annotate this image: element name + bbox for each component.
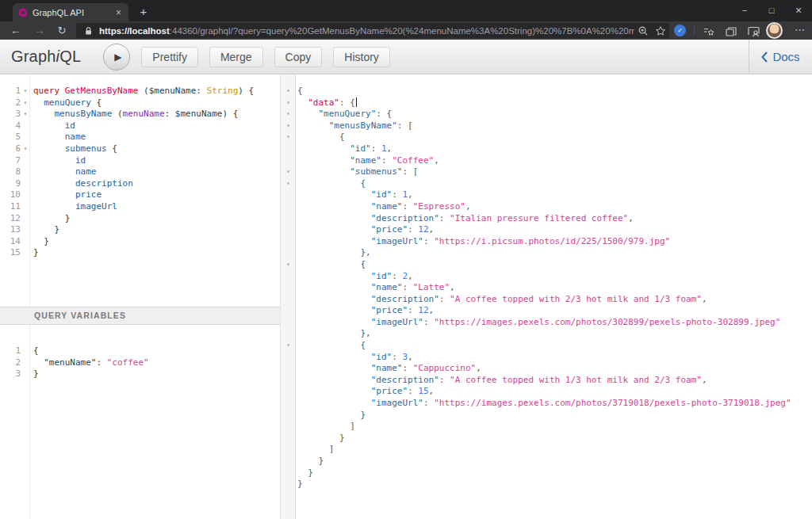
fold-arrow-icon[interactable]: ▾ [281,166,296,178]
zoom-page-icon[interactable] [634,24,652,38]
fold-arrow-icon[interactable]: ▾ [281,132,296,143]
token-rp: : { [339,97,355,108]
url-field[interactable]: https://localhost:44360/graphql/?query=q… [76,23,669,38]
token-atom: String [207,86,239,96]
token-rp: } [297,479,303,489]
code-text: ] [296,421,355,433]
token-rp: { [297,259,366,269]
fold-arrow-icon[interactable]: ▾ [281,340,296,352]
code-line: 3} [0,368,280,380]
fold-arrow-icon[interactable]: ▾ [281,97,296,109]
fold-arrow-icon [281,479,296,490]
minimize-button[interactable]: − [731,0,758,21]
token-rp: : [ [397,120,413,131]
token-key: "description" [371,213,439,223]
fold-arrow-icon [21,178,30,190]
favorite-star-icon[interactable] [652,24,669,38]
code-line: 11 imageUrl [0,201,280,213]
token-ws [297,97,308,108]
token-ws [33,357,44,368]
security-badge-icon[interactable]: ✓ [674,25,686,36]
code-text: "id": 2, [296,271,413,283]
token-rp: } [297,467,313,478]
code-line: "id": 2, [281,271,812,283]
token-rp: , [702,294,707,304]
fold-arrow-icon[interactable]: ▾ [281,259,296,271]
fold-arrow-icon [21,345,30,357]
code-line: "imageUrl": "https://images.pexels.com/p… [281,317,812,329]
token-rp: : [423,317,434,327]
merge-button[interactable]: Merge [209,47,263,67]
token-dkey: "data" [308,97,339,108]
docs-button[interactable]: Docs [749,40,812,74]
token-key: "imageUrl" [371,236,423,246]
execute-button[interactable]: ▶ [103,44,130,71]
code-line: }, [281,247,812,259]
line-number: 3 [0,368,21,380]
query-editor[interactable]: 1▾query GetMenusByName ($menuName: Strin… [0,74,280,307]
code-text: }, [296,247,371,259]
graphql-favicon-icon [18,8,28,17]
code-text: "imageUrl": "https://images.pexels.com/p… [296,398,791,410]
token-rp: , [476,363,481,373]
token-punc: { [33,345,39,356]
code-text: "menusByName": [ [296,120,413,132]
code-text: { [296,340,366,352]
fold-arrow-icon [21,120,30,132]
token-rp: : [371,143,381,154]
copy-button[interactable]: Copy [274,47,323,67]
code-line: "id": 1, [281,143,812,155]
code-line: 2 "menuName": "coffee" [0,357,280,369]
response-viewer[interactable]: ▾{▾ "data": {▾ "menuQuery": {▾ "menusByN… [281,74,812,519]
token-prop: menusByName [55,109,113,119]
code-line: "name": "Cappuccino", [281,363,812,375]
fold-arrow-icon[interactable]: ▾ [281,178,296,190]
favorites-bar-icon[interactable] [701,24,717,37]
token-ws [297,201,371,212]
line-number: 13 [0,224,21,236]
token-key: "description" [371,294,439,304]
fold-arrow-icon[interactable]: ▾ [21,97,30,109]
token-rp: { [297,178,366,189]
code-line: "name": "Latte", [281,282,812,294]
line-number: 3 [0,109,21,120]
address-bar: ← → ↻ https://localhost:44360/graphql/?q… [0,21,812,40]
fold-arrow-icon [21,189,30,201]
collections-icon[interactable] [723,24,739,37]
fold-arrow-icon [281,328,296,340]
browser-tab-bar: GraphQL API × + − □ × [0,0,812,21]
fold-arrow-icon[interactable]: ▾ [21,143,30,155]
fold-arrow-icon[interactable]: ▾ [21,86,30,97]
fold-arrow-icon[interactable]: ▾ [281,120,296,132]
fold-arrow-icon [21,236,30,248]
window-close-button[interactable]: × [785,0,812,21]
token-punc: ( [112,109,122,119]
tab-close-icon[interactable]: × [114,8,123,17]
browser-tab[interactable]: GraphQL API × [13,3,128,21]
forward-button[interactable]: → [30,21,49,40]
code-line: ▾ { [281,340,812,352]
token-var: "menuName" [44,357,96,368]
code-line: 7 id [0,155,280,167]
prettify-button[interactable]: Prettify [141,47,198,67]
fold-arrow-icon[interactable]: ▾ [281,86,296,97]
profile-avatar[interactable] [766,22,783,39]
refresh-button[interactable]: ↻ [52,21,71,40]
fold-arrow-icon[interactable]: ▾ [21,109,30,120]
code-text: "description": "Italian pressure filtere… [296,213,634,225]
code-line: "description": "A coffee topped with 2/3… [281,294,812,306]
history-button[interactable]: History [333,47,390,67]
token-rp: , [450,282,455,292]
settings-menu-button[interactable]: ⋯ [791,21,810,40]
variables-editor[interactable]: 1{2 "menuName": "coffee"3} [0,325,280,519]
token-rp: : [423,236,434,246]
fold-arrow-icon[interactable]: ▾ [281,109,296,120]
new-tab-button[interactable]: + [135,4,152,20]
line-number: 1 [0,86,21,97]
fold-arrow-icon [281,421,296,433]
token-punc: } [33,224,59,235]
maximize-button[interactable]: □ [758,0,785,21]
token-rp: { [297,86,303,96]
web-capture-icon[interactable] [745,24,761,37]
back-button[interactable]: ← [6,21,25,40]
